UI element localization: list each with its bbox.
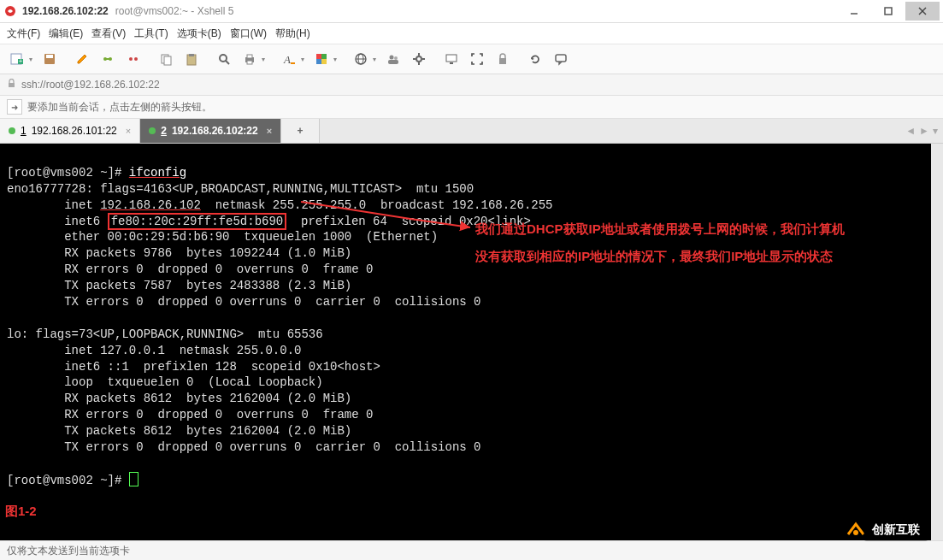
svg-rect-40	[446, 55, 457, 62]
term-line: loop txqueuelen 0 (Local Loopback)	[7, 375, 323, 389]
figure-label: 图1-2	[5, 503, 37, 520]
svg-text:+: +	[19, 57, 23, 65]
svg-rect-9	[46, 55, 53, 58]
status-text: 仅将文本发送到当前选项卡	[7, 544, 130, 558]
term-line: lo: flags=73<UP,LOOPBACK,RUNNING> mtu 65…	[7, 327, 323, 341]
tab-scroll-right-icon[interactable]: ►	[919, 125, 929, 137]
svg-text:A: A	[283, 53, 291, 66]
tab-nav-arrows: ◄ ► ▾	[905, 119, 943, 143]
svg-rect-25	[316, 54, 321, 59]
term-line: inet6 fe80::20c:29ff:fe5d:b690 prefixlen…	[7, 213, 531, 230]
window-title-main: 192.168.26.102:22	[22, 5, 109, 17]
connect-icon[interactable]	[96, 48, 120, 70]
svg-point-19	[220, 55, 227, 62]
svg-point-35	[416, 56, 421, 62]
edit-icon[interactable]	[70, 48, 94, 70]
print-icon[interactable]	[238, 48, 262, 70]
session-tab-2[interactable]: 2 192.168.26.102:22 ×	[140, 119, 281, 143]
refresh-icon[interactable]	[523, 48, 547, 70]
menu-view[interactable]: 查看(V)	[91, 27, 126, 41]
menu-edit[interactable]: 编辑(E)	[49, 27, 83, 41]
address-bar[interactable]: ssh://root@192.168.26.102:22	[0, 74, 943, 96]
term-line: TX packets 8612 bytes 2162004 (2.0 MiB)	[7, 424, 351, 438]
svg-rect-28	[321, 59, 327, 64]
maximize-button[interactable]	[871, 2, 905, 21]
svg-rect-34	[388, 60, 398, 64]
term-line: inet 192.168.26.102 netmask 255.255.255.…	[7, 198, 553, 212]
menubar: 文件(F) 编辑(E) 查看(V) 工具(T) 选项卡(B) 窗口(W) 帮助(…	[0, 23, 943, 44]
command-text: ifconfig	[129, 166, 186, 180]
window-title-sub: root@vms002:~ - Xshell 5	[115, 5, 234, 17]
tab-label: 192.168.26.101:22	[32, 125, 117, 137]
menu-file[interactable]: 文件(F)	[7, 27, 40, 41]
lock-toolbar-icon[interactable]	[491, 48, 515, 70]
titlebar: 192.168.26.102:22 root@vms002:~ - Xshell…	[0, 0, 943, 23]
svg-rect-26	[321, 54, 327, 59]
terminal-output[interactable]: [root@vms002 ~]# ifconfig eno16777728: f…	[0, 144, 943, 540]
status-dot-icon	[9, 127, 15, 134]
term-line: [root@vms002 ~]# ifconfig	[7, 166, 186, 180]
svg-point-32	[390, 56, 394, 60]
find-icon[interactable]	[212, 48, 236, 70]
term-line: [root@vms002 ~]#	[7, 474, 139, 487]
add-session-arrow-button[interactable]: ➜	[7, 99, 22, 115]
svg-rect-41	[450, 62, 453, 64]
svg-point-14	[134, 57, 138, 61]
new-tab-button[interactable]: +	[281, 119, 320, 143]
globe-icon[interactable]	[349, 48, 373, 70]
users-icon[interactable]	[381, 48, 405, 70]
new-session-icon[interactable]: +	[5, 48, 29, 70]
svg-rect-44	[9, 83, 15, 87]
annotation-line-1: 我们通过DHCP获取IP地址或者使用拨号上网的时候，我们计算机	[475, 221, 920, 238]
tab-label: 192.168.26.102:22	[172, 125, 258, 137]
term-line: inet 127.0.0.1 netmask 255.0.0.0	[7, 344, 301, 357]
menu-window[interactable]: 窗口(W)	[230, 27, 267, 41]
font-style-icon[interactable]: A	[277, 48, 301, 70]
svg-rect-18	[189, 54, 194, 56]
tab-menu-dropdown-icon[interactable]: ▾	[933, 125, 938, 137]
tab-close-icon[interactable]: ×	[267, 126, 272, 136]
svg-rect-2	[885, 8, 892, 15]
copy-icon[interactable]	[154, 48, 178, 70]
monitor-icon[interactable]	[439, 48, 463, 70]
session-tab-1[interactable]: 1 192.168.26.101:22 ×	[0, 119, 140, 143]
term-line: TX errors 0 dropped 0 overruns 0 carrier…	[7, 440, 481, 454]
menu-tools[interactable]: 工具(T)	[134, 27, 168, 41]
term-line: TX packets 7587 bytes 2483388 (2.3 MiB)	[7, 279, 351, 292]
lock-icon	[7, 79, 16, 91]
annotation-line-2: 没有获取到相应的IP地址的情况下，最终我们IP地址显示的状态	[475, 248, 920, 265]
paste-icon[interactable]	[180, 48, 203, 70]
svg-point-13	[129, 57, 133, 61]
svg-rect-27	[316, 59, 321, 64]
tab-close-icon[interactable]: ×	[126, 126, 131, 136]
svg-rect-16	[164, 56, 171, 65]
term-line: RX packets 8612 bytes 2162004 (2.0 MiB)	[7, 392, 351, 405]
hint-bar: ➜ 要添加当前会话，点击左侧的箭头按钮。	[0, 96, 943, 119]
svg-point-33	[394, 56, 398, 60]
status-dot-icon	[149, 127, 156, 134]
close-button[interactable]	[905, 2, 940, 21]
svg-line-20	[226, 61, 229, 64]
term-line: RX packets 9786 bytes 1092244 (1.0 MiB)	[7, 246, 351, 260]
color-icon[interactable]	[309, 48, 333, 70]
status-bar: 仅将文本发送到当前选项卡	[0, 540, 943, 560]
minimize-button[interactable]	[837, 2, 871, 21]
session-tabbar: 1 192.168.26.101:22 × 2 192.168.26.102:2…	[0, 119, 943, 144]
save-icon[interactable]	[38, 48, 62, 70]
disconnect-icon[interactable]	[121, 48, 145, 70]
toolbar: +▾ ▾ A▾ ▾ ▾	[0, 44, 943, 74]
tab-index: 2	[161, 125, 167, 137]
comment-icon[interactable]	[549, 48, 573, 70]
address-text: ssh://root@192.168.26.102:22	[21, 79, 160, 91]
term-line: TX errors 0 dropped 0 overruns 0 carrier…	[7, 295, 481, 309]
menu-help[interactable]: 帮助(H)	[275, 27, 310, 41]
gear-icon[interactable]	[407, 48, 431, 70]
fullscreen-icon[interactable]	[465, 48, 489, 70]
tab-index: 1	[21, 125, 27, 137]
hint-text: 要添加当前会话，点击左侧的箭头按钮。	[27, 100, 212, 115]
menu-tabs[interactable]: 选项卡(B)	[177, 27, 221, 41]
highlighted-ipv6: fe80::20c:29ff:fe5d:b690	[108, 213, 287, 230]
svg-rect-23	[247, 61, 252, 64]
tab-scroll-left-icon[interactable]: ◄	[905, 125, 916, 137]
cursor-icon	[129, 472, 139, 486]
